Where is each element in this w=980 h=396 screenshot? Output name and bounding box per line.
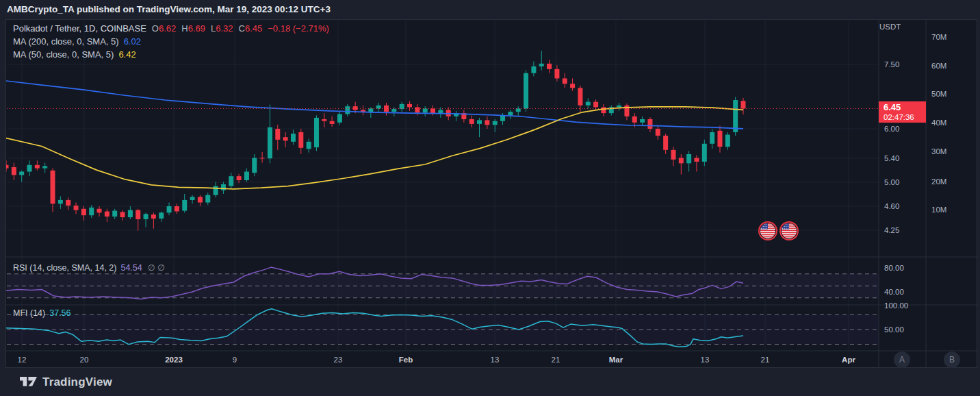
symbol-row: Polkadot / Tether, 1D, COINBASEO6.62H6.6… [13,22,329,35]
ohlc-number: 6.62 [159,23,176,34]
price-scale-b-button[interactable]: B [944,351,960,368]
us-flag-event-icon[interactable] [758,221,777,240]
chart-canvas[interactable] [6,20,978,369]
ma200-value: 6.02 [124,36,141,47]
ohlc-values: O6.62H6.69L6.32C6.45 [146,23,262,34]
tradingview-logo-icon[interactable] [19,376,38,388]
ma50-value: 6.42 [118,49,136,60]
ohlc-number: 6.69 [188,23,205,34]
last-price: 6.45 [884,102,926,113]
mfi-legend[interactable]: MFI (14)37.56 [13,308,71,319]
ohlc-letter: O [152,23,159,34]
us-flag-event-icon[interactable] [779,221,799,240]
ohlc-number: 6.32 [216,23,233,34]
rsi-value: 54.54 [120,263,142,273]
mfi-value: 37.56 [49,308,70,318]
price-axis-currency[interactable]: USDT [879,23,901,31]
rsi-label: RSI (14, close, SMA, 14, 2) [13,263,116,273]
rsi-hidden-values: ∅ ∅ [148,263,165,273]
symbol-title[interactable]: Polkadot / Tether, 1D, COINBASE [13,23,146,34]
symbol-legend: Polkadot / Tether, 1D, COINBASEO6.62H6.6… [13,22,329,61]
last-price-badge: 6.45 02:47:36 [879,101,926,123]
ohlc-number: 6.45 [245,23,262,34]
change-value: −0.18 (−2.71%) [268,23,329,34]
ma50-row[interactable]: MA (50, close, 0, SMA, 5)6.42 [13,48,329,61]
attribution-bar: AMBCrypto_TA published on TradingView.co… [0,0,980,19]
attribution-text[interactable]: AMBCrypto_TA published on TradingView.co… [7,0,331,19]
tradingview-wordmark[interactable]: TradingView [42,368,112,396]
ma200-label: MA (200, close, 0, SMA, 5) [13,36,119,47]
rsi-legend[interactable]: RSI (14, close, SMA, 14, 2)54.54∅ ∅ [13,263,165,273]
ma200-row[interactable]: MA (200, close, 0, SMA, 5)6.02 [13,35,329,48]
footer-bar: TradingView [0,368,980,396]
ma50-label: MA (50, close, 0, SMA, 5) [13,49,114,60]
price-scale-a-button[interactable]: A [894,351,910,368]
tradingview-published-chart: AMBCrypto_TA published on TradingView.co… [0,0,980,396]
bar-close-countdown: 02:47:36 [884,113,926,122]
ohlc-letter: H [181,23,188,34]
mfi-label: MFI (14) [13,308,45,318]
chart-frame[interactable]: 7.506.005.405.004.604.2570M60M50M40M30M2… [5,19,977,368]
ohlc-letter: C [239,23,245,34]
